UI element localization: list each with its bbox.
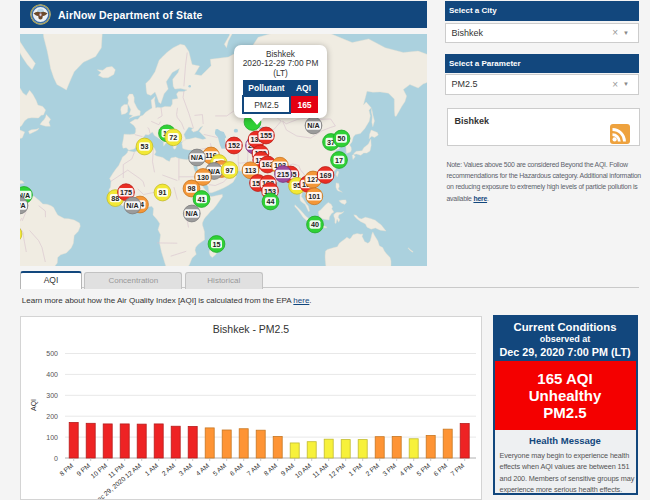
svg-text:N/A: N/A bbox=[20, 201, 26, 210]
svg-text:300: 300 bbox=[46, 392, 58, 399]
svg-text:98: 98 bbox=[187, 184, 195, 193]
svg-text:53: 53 bbox=[140, 142, 148, 151]
svg-text:215: 215 bbox=[277, 169, 289, 178]
svg-text:7 PM: 7 PM bbox=[449, 462, 465, 477]
svg-text:2 PM: 2 PM bbox=[364, 462, 380, 477]
svg-text:8 PM: 8 PM bbox=[58, 462, 74, 477]
svg-text:10 PM: 10 PM bbox=[89, 462, 108, 480]
svg-text:91: 91 bbox=[158, 188, 166, 197]
svg-text:155: 155 bbox=[260, 131, 272, 140]
svg-text:101: 101 bbox=[308, 191, 320, 200]
svg-text:17: 17 bbox=[335, 155, 343, 164]
svg-text:50: 50 bbox=[337, 134, 345, 143]
svg-text:3 PM: 3 PM bbox=[381, 462, 397, 477]
svg-text:15: 15 bbox=[212, 239, 220, 248]
svg-text:72: 72 bbox=[169, 132, 177, 141]
svg-text:97: 97 bbox=[225, 165, 233, 174]
svg-text:N/A: N/A bbox=[126, 201, 138, 210]
svg-text:6 PM: 6 PM bbox=[432, 462, 448, 477]
svg-text:3 AM: 3 AM bbox=[177, 462, 193, 477]
svg-text:200: 200 bbox=[46, 413, 58, 420]
svg-text:7 AM: 7 AM bbox=[245, 462, 261, 477]
svg-text:100: 100 bbox=[46, 434, 58, 441]
svg-text:152: 152 bbox=[228, 141, 240, 150]
svg-text:5 PM: 5 PM bbox=[415, 462, 431, 477]
svg-text:4 PM: 4 PM bbox=[398, 462, 414, 477]
svg-text:10 AM: 10 AM bbox=[293, 462, 312, 479]
svg-text:12 PM: 12 PM bbox=[327, 462, 346, 480]
svg-text:8 AM: 8 AM bbox=[262, 462, 278, 477]
svg-text:0: 0 bbox=[54, 455, 58, 462]
svg-text:1 AM: 1 AM bbox=[143, 462, 159, 477]
svg-text:2 AM: 2 AM bbox=[160, 462, 176, 477]
svg-text:11 AM: 11 AM bbox=[310, 462, 328, 479]
svg-text:N/A: N/A bbox=[185, 209, 197, 218]
svg-text:N/A: N/A bbox=[307, 121, 319, 130]
svg-text:N/A: N/A bbox=[190, 153, 202, 162]
svg-text:44: 44 bbox=[266, 197, 274, 206]
svg-text:Bishkek - PM2.5: Bishkek - PM2.5 bbox=[212, 323, 289, 335]
svg-text:4 AM: 4 AM bbox=[194, 462, 210, 477]
svg-text:500: 500 bbox=[46, 350, 58, 357]
svg-text:175: 175 bbox=[120, 187, 132, 196]
svg-text:1 PM: 1 PM bbox=[347, 462, 363, 477]
svg-text:400: 400 bbox=[46, 371, 58, 378]
svg-text:6 AM: 6 AM bbox=[228, 462, 244, 477]
svg-text:40: 40 bbox=[311, 220, 319, 229]
svg-text:113: 113 bbox=[244, 165, 256, 174]
svg-text:41: 41 bbox=[197, 194, 205, 203]
svg-text:5 AM: 5 AM bbox=[211, 462, 227, 477]
svg-text:169: 169 bbox=[319, 170, 331, 179]
svg-text:AQI: AQI bbox=[30, 399, 38, 411]
svg-text:130: 130 bbox=[197, 172, 209, 181]
